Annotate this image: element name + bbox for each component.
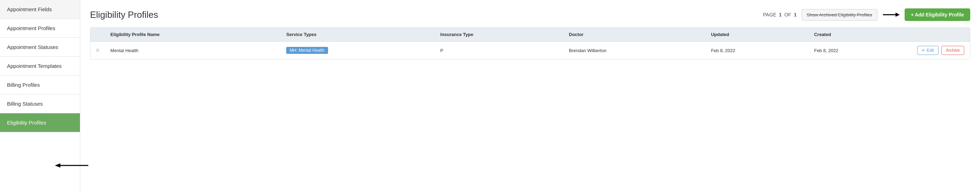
- row-actions: ✏ EditArchive: [912, 42, 970, 59]
- col-actions: [912, 27, 970, 42]
- col-created: Created: [809, 27, 912, 42]
- table-header: Eligibility Profile Name Service Types I…: [91, 27, 970, 42]
- service-types: MH: Mental Health: [281, 42, 434, 59]
- drag-handle[interactable]: ≡: [91, 42, 105, 59]
- col-service-types: Service Types: [281, 27, 434, 42]
- svg-marker-1: [896, 13, 900, 17]
- pagination-total: 1: [794, 12, 797, 18]
- sidebar-item-label-billing-statuses: Billing Statuses: [7, 101, 43, 107]
- pagination-current: 1: [779, 12, 782, 18]
- edit-label: Edit: [927, 48, 934, 53]
- sidebar-item-billing-profiles[interactable]: Billing Profiles: [0, 75, 80, 95]
- sidebar-item-label-eligibility-profiles: Eligibility Profiles: [7, 120, 46, 125]
- add-btn-label: + Add Eligibility Profile: [911, 12, 964, 18]
- service-type-badge: MH: Mental Health: [286, 47, 328, 54]
- page-title: Eligibility Profiles: [90, 10, 158, 20]
- sidebar-item-label-billing-profiles: Billing Profiles: [7, 82, 40, 88]
- sidebar: Appointment FieldsAppointment ProfilesAp…: [0, 0, 80, 191]
- sidebar-item-appointment-fields[interactable]: Appointment Fields: [0, 0, 80, 19]
- sidebar-item-appointment-statuses[interactable]: Appointment Statuses: [0, 38, 80, 57]
- sidebar-item-appointment-profiles[interactable]: Appointment Profiles: [0, 19, 80, 38]
- main-content: Eligibility Profiles PAGE 1 OF 1 Show Ar…: [80, 0, 980, 191]
- pagination: PAGE 1 OF 1: [763, 12, 796, 18]
- show-archived-label: Show Archived Eligibility Profiles: [807, 12, 872, 18]
- col-updated: Updated: [705, 27, 809, 42]
- col-name: Eligibility Profile Name: [105, 27, 281, 42]
- doctor: Brendan Wilberton: [563, 42, 705, 59]
- pagination-separator: OF: [784, 12, 791, 18]
- pagination-label: PAGE: [763, 12, 776, 18]
- table-body: ≡Mental HealthMH: Mental HealthPBrendan …: [91, 42, 970, 59]
- header-row: Eligibility Profiles PAGE 1 OF 1 Show Ar…: [90, 8, 970, 21]
- table-header-row: Eligibility Profile Name Service Types I…: [91, 27, 970, 42]
- col-drag: [91, 27, 105, 42]
- show-archived-button[interactable]: Show Archived Eligibility Profiles: [802, 9, 877, 21]
- sidebar-item-billing-statuses[interactable]: Billing Statuses: [0, 95, 80, 113]
- sidebar-item-appointment-templates[interactable]: Appointment Templates: [0, 57, 80, 75]
- table-row: ≡Mental HealthMH: Mental HealthPBrendan …: [91, 42, 970, 59]
- arrow-annotation-right: [882, 11, 900, 19]
- sidebar-item-eligibility-profiles[interactable]: Eligibility Profiles: [0, 113, 80, 132]
- col-insurance-type: Insurance Type: [435, 27, 563, 42]
- updated-date: Feb 8, 2022: [705, 42, 809, 59]
- sidebar-item-label-appointment-fields: Appointment Fields: [7, 6, 52, 12]
- add-eligibility-profile-button[interactable]: + Add Eligibility Profile: [905, 8, 970, 21]
- profile-name: Mental Health: [105, 42, 281, 59]
- sidebar-item-label-appointment-profiles: Appointment Profiles: [7, 25, 55, 31]
- col-doctor: Doctor: [563, 27, 705, 42]
- header-controls: PAGE 1 OF 1 Show Archived Eligibility Pr…: [763, 8, 970, 21]
- edit-button[interactable]: ✏ Edit: [917, 46, 939, 55]
- insurance-type: P: [435, 42, 563, 59]
- eligibility-profiles-table-container: Eligibility Profile Name Service Types I…: [90, 27, 970, 59]
- sidebar-item-label-appointment-templates: Appointment Templates: [7, 63, 61, 69]
- created-date: Feb 8, 2022: [809, 42, 912, 59]
- pencil-icon: ✏: [922, 48, 925, 53]
- sidebar-item-label-appointment-statuses: Appointment Statuses: [7, 44, 58, 50]
- archive-button[interactable]: Archive: [941, 46, 964, 55]
- eligibility-profiles-table: Eligibility Profile Name Service Types I…: [91, 27, 970, 59]
